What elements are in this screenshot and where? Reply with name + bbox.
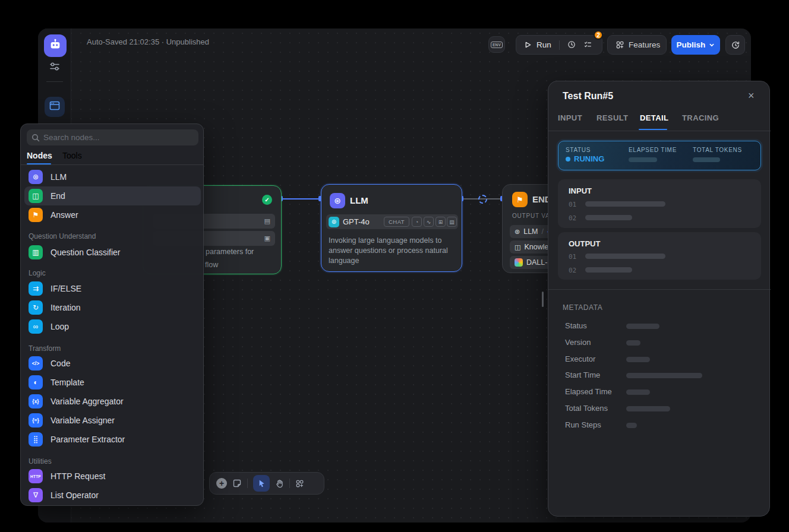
env-variables-button[interactable]: ENV (488, 36, 505, 53)
meta-label-version: Version (565, 338, 591, 347)
vision-icon: ◔ (412, 217, 422, 227)
audio-icon: ∿ (424, 217, 434, 227)
line-number: 02 (569, 214, 576, 222)
search-input[interactable] (43, 133, 180, 142)
skeleton-bar (626, 324, 659, 329)
start-node-description: flow (205, 261, 218, 269)
node-list-item-code[interactable]: </> Code (24, 354, 201, 373)
tab-result[interactable]: RESULT (597, 113, 628, 122)
panel-resize-handle[interactable] (542, 292, 544, 307)
node-list-item-variable-assigner[interactable]: {=} Variable Assigner (24, 411, 201, 430)
node-item-label: Variable Assigner (51, 416, 115, 425)
section-divider (548, 289, 771, 290)
publish-button[interactable]: Publish (671, 35, 720, 55)
skeleton-bar (626, 373, 702, 378)
organize-nodes-icon[interactable] (295, 479, 304, 488)
close-icon[interactable]: × (748, 90, 755, 102)
app-avatar[interactable] (44, 34, 67, 57)
cursor-icon (257, 479, 266, 488)
skeleton-bar (626, 406, 670, 411)
canvas-toolbar[interactable]: + (209, 472, 324, 495)
node-item-label: Question Classifier (51, 248, 121, 257)
node-list-item-list-operator[interactable]: ∇ List Operator (24, 486, 201, 505)
node-list-item-llm[interactable]: ⊛ LLM (24, 167, 201, 186)
add-node-icon[interactable]: + (216, 478, 227, 489)
meta-label-start-time: Start Time (565, 370, 600, 379)
checklist-icon[interactable] (583, 40, 592, 49)
env-icon: ENV (491, 42, 503, 48)
variable-name: LLM (523, 227, 538, 236)
variable-assigner-icon: {=} (29, 413, 43, 428)
video-icon: ⊞ (435, 217, 446, 227)
schedule-icon[interactable] (567, 40, 576, 49)
version-history-button[interactable] (725, 35, 745, 55)
model-selector[interactable]: ⊛ GPT-4o CHAT ◔ ∿ ⊞ ▤ (326, 214, 458, 229)
llm-node-description: Invoking large language models to answer… (329, 236, 457, 266)
output-card: OUTPUT 01 02 (558, 232, 761, 280)
add-note-icon[interactable] (232, 479, 242, 488)
hand-mode-button[interactable] (275, 479, 284, 488)
node-item-label: Parameter Extractor (51, 435, 125, 444)
status-value: RUNING (566, 154, 604, 163)
features-button[interactable]: Features (607, 35, 667, 55)
button-group-divider (559, 40, 560, 50)
status-dot-icon (566, 157, 570, 162)
app-window-button[interactable] (45, 97, 65, 117)
edge-start-to-llm (282, 198, 321, 200)
node-list-item-http-request[interactable]: HTTP HTTP Request (24, 467, 201, 486)
tabs-divider (548, 131, 771, 131)
line-number: 02 (569, 267, 576, 274)
section-utilities: Utilities (29, 457, 52, 466)
skeleton-bar (626, 390, 650, 395)
toolbar-divider (289, 479, 290, 488)
separator: / (542, 227, 544, 236)
line-number: 01 (569, 201, 576, 208)
start-node-description: parameters for (206, 248, 254, 256)
paragraph-icon: ▤ (264, 217, 270, 225)
meta-label-status: Status (565, 321, 587, 330)
node-list-item-loop[interactable]: ∞ Loop (24, 317, 201, 336)
chevron-down-icon (709, 42, 715, 48)
success-check-icon: ✓ (262, 195, 272, 205)
node-list-item-question-classifier[interactable]: ▥ Question Classifier (24, 243, 201, 262)
llm-node[interactable]: ⊛ LLM ⊛ GPT-4o CHAT ◔ ∿ ⊞ ▤ Invoking lar… (321, 184, 462, 272)
toolbar-divider (247, 479, 248, 488)
pointer-mode-button[interactable] (253, 475, 270, 492)
node-item-label: List Operator (51, 490, 99, 500)
node-list-item-answer[interactable]: ⚑ Answer (24, 205, 201, 224)
run-button-group[interactable]: Run (516, 35, 602, 55)
robot-icon (49, 38, 62, 53)
tab-detail[interactable]: DETAIL (640, 113, 668, 122)
input-title: INPUT (569, 186, 592, 195)
node-list-item-iteration[interactable]: ↻ Iteration (24, 298, 201, 317)
search-icon (31, 134, 40, 142)
status-card: STATUS ELAPSED TIME TOTAL TOKENS RUNING (558, 141, 761, 170)
node-list-item-end[interactable]: ◫ End (24, 186, 201, 205)
model-name: GPT-4o (343, 217, 370, 226)
node-list-item-template[interactable]: ◐ Template (24, 373, 201, 392)
workflow-settings-icon[interactable] (49, 61, 60, 74)
skeleton-bar (585, 201, 665, 207)
meta-label-total-tokens: Total Tokens (565, 404, 608, 413)
checklist-count-badge: 2 (594, 30, 603, 40)
output-title: OUTPUT (569, 239, 600, 248)
end-icon: ◫ (29, 189, 43, 203)
code-icon: </> (29, 356, 43, 370)
node-item-label: IF/ELSE (51, 284, 81, 293)
node-list-item-parameter-extractor[interactable]: ⣿ Parameter Extractor (24, 430, 201, 449)
tab-input[interactable]: INPUT (558, 113, 582, 122)
section-question-understand: Question Understand (29, 232, 96, 240)
tab-tools[interactable]: Tools (62, 151, 82, 160)
node-search-box[interactable] (27, 129, 198, 145)
tab-nodes[interactable]: Nodes (27, 151, 52, 160)
total-tokens-label: TOTAL TOKENS (693, 147, 742, 153)
dalle-icon (515, 258, 523, 267)
node-item-label: Loop (51, 322, 69, 331)
meta-label-run-steps: Run Steps (565, 420, 601, 429)
node-list-item-ifelse[interactable]: ⇉ IF/ELSE (24, 279, 201, 298)
node-item-label: Answer (51, 210, 78, 220)
node-list-item-variable-aggregator[interactable]: {x} Variable Aggregator (24, 392, 201, 411)
tab-tracing[interactable]: TRACING (682, 113, 719, 122)
end-flag-icon: ⚑ (512, 192, 528, 207)
run-button-label[interactable]: Run (536, 40, 551, 49)
